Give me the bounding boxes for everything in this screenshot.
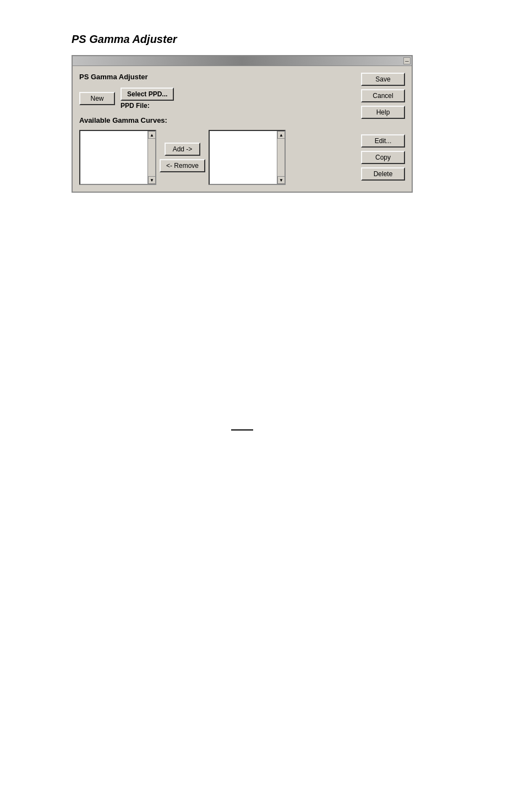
page-title: PS Gamma Adjuster	[72, 33, 177, 46]
ppd-file-label: PPD File:	[121, 102, 150, 110]
left-scroll-down-icon[interactable]: ▼	[148, 176, 156, 184]
help-button[interactable]: Help	[361, 106, 405, 119]
divider-line	[231, 429, 253, 430]
left-scroll-up-icon[interactable]: ▲	[148, 131, 156, 139]
copy-button[interactable]: Copy	[361, 151, 405, 164]
title-bar: ─	[73, 56, 412, 66]
dialog-sidebar: Save Cancel Help Edit... Copy Delete	[361, 73, 405, 185]
edit-button[interactable]: Edit...	[361, 134, 405, 148]
lists-area: ▲ ▼ Add -> <- Remove ▲ ▼	[79, 130, 356, 185]
dialog-body: PS Gamma Adjuster New Select PPD... PPD …	[73, 66, 412, 192]
app-label: PS Gamma Adjuster	[79, 73, 356, 81]
dialog-main: PS Gamma Adjuster New Select PPD... PPD …	[79, 73, 356, 185]
dialog-window: ─ PS Gamma Adjuster New Select PPD... PP…	[72, 55, 413, 193]
select-ppd-button[interactable]: Select PPD...	[121, 88, 174, 101]
cancel-button[interactable]: Cancel	[361, 89, 405, 102]
add-button[interactable]: Add ->	[165, 143, 200, 156]
right-scroll-down-icon[interactable]: ▼	[277, 176, 285, 184]
mid-buttons: Add -> <- Remove	[160, 143, 205, 172]
remove-button[interactable]: <- Remove	[160, 159, 205, 172]
delete-button[interactable]: Delete	[361, 167, 405, 181]
available-curves-label: Available Gamma Curves:	[79, 116, 356, 124]
save-button[interactable]: Save	[361, 73, 405, 86]
top-buttons-row: New Select PPD... PPD File:	[79, 88, 356, 110]
right-list-box[interactable]: ▲ ▼	[209, 130, 286, 185]
left-list-box[interactable]: ▲ ▼	[79, 130, 156, 185]
right-scroll-up-icon[interactable]: ▲	[277, 131, 285, 139]
new-button[interactable]: New	[79, 92, 115, 105]
right-list-scrollbar: ▲ ▼	[277, 131, 285, 184]
minimize-icon[interactable]: ─	[403, 57, 411, 64]
left-list-scrollbar: ▲ ▼	[147, 131, 155, 184]
